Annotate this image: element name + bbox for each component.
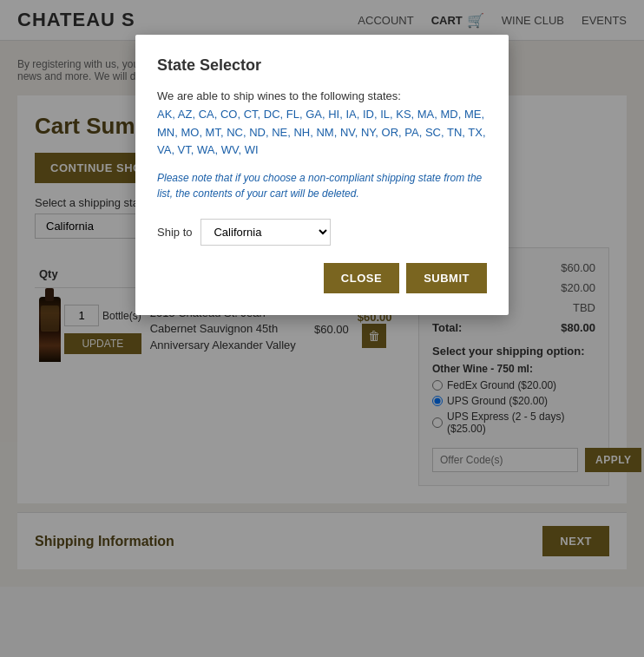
modal-body: We are able to ship wines to the followi… [157, 88, 487, 201]
modal-title: State Selector [157, 56, 487, 75]
modal-close-button[interactable]: CLOSE [324, 263, 399, 293]
modal-state-select[interactable]: California [200, 219, 331, 246]
modal-warning: Please note that if you choose a non-com… [157, 170, 487, 201]
state-selector-modal: State Selector We are able to ship wines… [135, 35, 509, 315]
modal-submit-button[interactable]: SUBMIT [406, 263, 487, 293]
modal-states: AK, AZ, CA, CO, CT, DC, FL, GA, HI, IA, … [157, 106, 487, 160]
modal-overlay: State Selector We are able to ship wines… [0, 0, 644, 657]
ship-to-label: Ship to [157, 226, 192, 239]
modal-buttons: CLOSE SUBMIT [157, 263, 487, 293]
modal-intro: We are able to ship wines to the followi… [157, 88, 487, 106]
modal-ship-row: Ship to California [157, 219, 487, 246]
